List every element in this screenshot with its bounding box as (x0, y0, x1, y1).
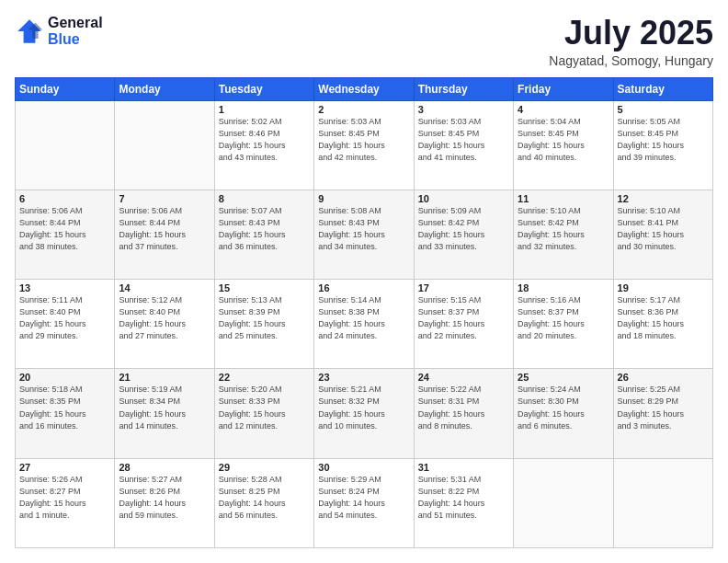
day-info: Sunrise: 5:08 AM Sunset: 8:43 PM Dayligh… (318, 205, 409, 253)
calendar-cell: 7Sunrise: 5:06 AM Sunset: 8:44 PM Daylig… (115, 190, 214, 279)
calendar-cell: 8Sunrise: 5:07 AM Sunset: 8:43 PM Daylig… (214, 190, 313, 279)
calendar-cell: 31Sunrise: 5:31 AM Sunset: 8:22 PM Dayli… (414, 458, 513, 547)
day-number: 17 (418, 282, 509, 293)
weekday-header: Monday (115, 77, 214, 100)
calendar-cell: 2Sunrise: 5:03 AM Sunset: 8:45 PM Daylig… (314, 100, 414, 190)
calendar-cell: 6Sunrise: 5:06 AM Sunset: 8:44 PM Daylig… (16, 190, 115, 279)
logo-text: General Blue (48, 15, 103, 48)
day-number: 27 (19, 462, 110, 473)
day-info: Sunrise: 5:06 AM Sunset: 8:44 PM Dayligh… (119, 205, 210, 253)
calendar-cell: 16Sunrise: 5:14 AM Sunset: 8:38 PM Dayli… (314, 280, 414, 369)
calendar-cell: 25Sunrise: 5:24 AM Sunset: 8:30 PM Dayli… (514, 369, 613, 458)
calendar-cell: 22Sunrise: 5:20 AM Sunset: 8:33 PM Dayli… (214, 369, 313, 458)
calendar-cell: 9Sunrise: 5:08 AM Sunset: 8:43 PM Daylig… (314, 190, 414, 279)
day-number: 8 (219, 193, 310, 204)
day-info: Sunrise: 5:28 AM Sunset: 8:25 PM Dayligh… (219, 474, 310, 522)
day-info: Sunrise: 5:17 AM Sunset: 8:36 PM Dayligh… (618, 294, 709, 342)
day-info: Sunrise: 5:27 AM Sunset: 8:26 PM Dayligh… (119, 474, 210, 522)
day-number: 31 (418, 462, 509, 473)
day-info: Sunrise: 5:22 AM Sunset: 8:31 PM Dayligh… (418, 384, 509, 431)
calendar-cell: 19Sunrise: 5:17 AM Sunset: 8:36 PM Dayli… (613, 280, 712, 369)
month-title: July 2025 (549, 15, 713, 52)
day-info: Sunrise: 5:24 AM Sunset: 8:30 PM Dayligh… (518, 384, 609, 431)
calendar-cell: 5Sunrise: 5:05 AM Sunset: 8:45 PM Daylig… (613, 100, 712, 190)
day-number: 23 (318, 372, 409, 383)
day-info: Sunrise: 5:04 AM Sunset: 8:45 PM Dayligh… (518, 116, 609, 164)
calendar-cell: 29Sunrise: 5:28 AM Sunset: 8:25 PM Dayli… (214, 458, 313, 547)
calendar-cell: 20Sunrise: 5:18 AM Sunset: 8:35 PM Dayli… (16, 369, 115, 458)
day-number: 28 (119, 462, 210, 473)
calendar-cell: 24Sunrise: 5:22 AM Sunset: 8:31 PM Dayli… (414, 369, 513, 458)
calendar-table: SundayMondayTuesdayWednesdayThursdayFrid… (15, 77, 713, 548)
calendar-cell (115, 100, 214, 190)
calendar-cell: 11Sunrise: 5:10 AM Sunset: 8:42 PM Dayli… (514, 190, 613, 279)
day-info: Sunrise: 5:03 AM Sunset: 8:45 PM Dayligh… (418, 116, 509, 164)
day-number: 1 (219, 104, 310, 115)
calendar-cell: 3Sunrise: 5:03 AM Sunset: 8:45 PM Daylig… (414, 100, 513, 190)
calendar-cell: 12Sunrise: 5:10 AM Sunset: 8:41 PM Dayli… (613, 190, 712, 279)
calendar-cell: 27Sunrise: 5:26 AM Sunset: 8:27 PM Dayli… (16, 458, 115, 547)
day-info: Sunrise: 5:21 AM Sunset: 8:32 PM Dayligh… (318, 384, 409, 431)
calendar-cell: 15Sunrise: 5:13 AM Sunset: 8:39 PM Dayli… (214, 280, 313, 369)
day-info: Sunrise: 5:26 AM Sunset: 8:27 PM Dayligh… (19, 474, 110, 522)
day-info: Sunrise: 5:25 AM Sunset: 8:29 PM Dayligh… (618, 384, 709, 431)
calendar-cell: 18Sunrise: 5:16 AM Sunset: 8:37 PM Dayli… (514, 280, 613, 369)
calendar-cell (514, 458, 613, 547)
day-info: Sunrise: 5:06 AM Sunset: 8:44 PM Dayligh… (19, 205, 110, 253)
day-info: Sunrise: 5:20 AM Sunset: 8:33 PM Dayligh… (219, 384, 310, 431)
day-number: 19 (618, 282, 709, 293)
day-number: 4 (518, 104, 609, 115)
weekday-header: Saturday (613, 77, 712, 100)
weekday-header: Tuesday (214, 77, 313, 100)
day-number: 6 (19, 193, 110, 204)
day-number: 30 (318, 462, 409, 473)
day-info: Sunrise: 5:13 AM Sunset: 8:39 PM Dayligh… (219, 294, 310, 342)
title-section: July 2025 Nagyatad, Somogy, Hungary (549, 15, 713, 68)
day-number: 12 (618, 193, 709, 204)
calendar-cell: 4Sunrise: 5:04 AM Sunset: 8:45 PM Daylig… (514, 100, 613, 190)
weekday-header: Wednesday (314, 77, 414, 100)
day-number: 2 (318, 104, 409, 115)
day-number: 11 (518, 193, 609, 204)
calendar-cell: 30Sunrise: 5:29 AM Sunset: 8:24 PM Dayli… (314, 458, 414, 547)
day-number: 5 (618, 104, 709, 115)
day-info: Sunrise: 5:10 AM Sunset: 8:41 PM Dayligh… (618, 205, 709, 253)
weekday-header: Sunday (16, 77, 115, 100)
day-number: 16 (318, 282, 409, 293)
calendar-week-row: 27Sunrise: 5:26 AM Sunset: 8:27 PM Dayli… (16, 458, 713, 547)
day-number: 13 (19, 282, 110, 293)
day-info: Sunrise: 5:12 AM Sunset: 8:40 PM Dayligh… (119, 294, 210, 342)
calendar-cell: 1Sunrise: 5:02 AM Sunset: 8:46 PM Daylig… (214, 100, 313, 190)
day-info: Sunrise: 5:16 AM Sunset: 8:37 PM Dayligh… (518, 294, 609, 342)
weekday-header: Thursday (414, 77, 513, 100)
logo-icon (15, 17, 44, 46)
day-info: Sunrise: 5:02 AM Sunset: 8:46 PM Dayligh… (219, 116, 310, 164)
calendar-cell: 14Sunrise: 5:12 AM Sunset: 8:40 PM Dayli… (115, 280, 214, 369)
day-number: 25 (518, 372, 609, 383)
day-number: 21 (119, 372, 210, 383)
day-info: Sunrise: 5:29 AM Sunset: 8:24 PM Dayligh… (318, 474, 409, 522)
day-number: 14 (119, 282, 210, 293)
calendar-cell: 28Sunrise: 5:27 AM Sunset: 8:26 PM Dayli… (115, 458, 214, 547)
calendar-cell: 13Sunrise: 5:11 AM Sunset: 8:40 PM Dayli… (16, 280, 115, 369)
day-info: Sunrise: 5:09 AM Sunset: 8:42 PM Dayligh… (418, 205, 509, 253)
page: General Blue July 2025 Nagyatad, Somogy,… (0, 0, 728, 563)
calendar-cell (16, 100, 115, 190)
day-number: 24 (418, 372, 509, 383)
location-title: Nagyatad, Somogy, Hungary (549, 53, 713, 68)
calendar-week-row: 20Sunrise: 5:18 AM Sunset: 8:35 PM Dayli… (16, 369, 713, 458)
calendar-week-row: 6Sunrise: 5:06 AM Sunset: 8:44 PM Daylig… (16, 190, 713, 279)
day-number: 7 (119, 193, 210, 204)
day-info: Sunrise: 5:11 AM Sunset: 8:40 PM Dayligh… (19, 294, 110, 342)
calendar-week-row: 1Sunrise: 5:02 AM Sunset: 8:46 PM Daylig… (16, 100, 713, 190)
day-info: Sunrise: 5:10 AM Sunset: 8:42 PM Dayligh… (518, 205, 609, 253)
calendar-cell: 23Sunrise: 5:21 AM Sunset: 8:32 PM Dayli… (314, 369, 414, 458)
logo: General Blue (15, 15, 103, 48)
day-info: Sunrise: 5:07 AM Sunset: 8:43 PM Dayligh… (219, 205, 310, 253)
day-number: 22 (219, 372, 310, 383)
day-number: 26 (618, 372, 709, 383)
day-number: 3 (418, 104, 509, 115)
weekday-header: Friday (514, 77, 613, 100)
calendar-week-row: 13Sunrise: 5:11 AM Sunset: 8:40 PM Dayli… (16, 280, 713, 369)
day-number: 9 (318, 193, 409, 204)
